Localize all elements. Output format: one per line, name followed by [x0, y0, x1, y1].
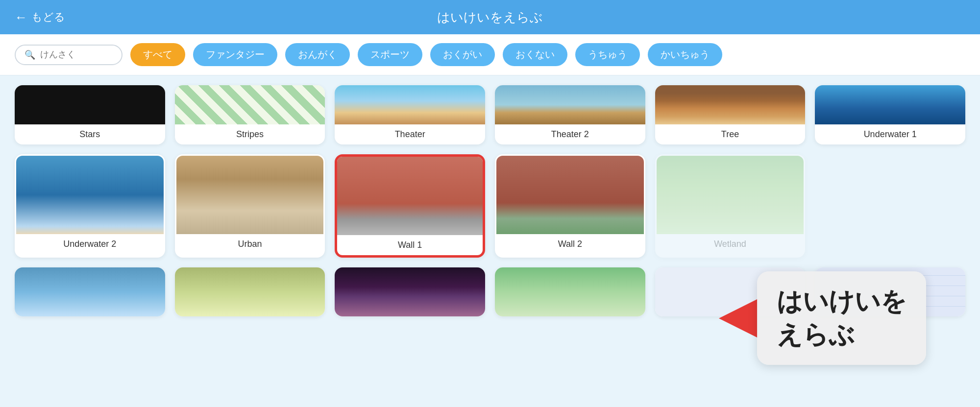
- filter-outdoor[interactable]: おくがい: [430, 43, 495, 66]
- annotation-box: はいけいを えらぶ: [757, 271, 926, 365]
- card-wall1[interactable]: Wall 1: [335, 154, 485, 258]
- filter-underwater[interactable]: かいちゅう: [648, 43, 722, 66]
- thumb-row3d: [495, 267, 645, 316]
- thumb-theater: [335, 85, 485, 124]
- grid-row2: Underwater 2 Urban Wall 1 Wall 2 Wetland: [15, 154, 965, 258]
- search-input[interactable]: [40, 49, 109, 60]
- thumb-stripes: [175, 85, 325, 124]
- thumb-empty: [816, 156, 964, 234]
- card-row3a[interactable]: [15, 267, 165, 316]
- label-wall1: Wall 1: [337, 235, 483, 255]
- thumb-row3c: [335, 267, 485, 316]
- thumb-wall1: [337, 157, 483, 235]
- card-stripes-partial[interactable]: Stripes: [175, 85, 325, 144]
- thumb-wetland: [657, 156, 804, 234]
- card-theater-partial[interactable]: Theater: [335, 85, 485, 144]
- label-stripes: Stripes: [175, 124, 325, 144]
- label-wetland: Wetland: [657, 234, 804, 254]
- label-stars: Stars: [15, 124, 165, 144]
- header: ← もどる はいけいをえらぶ: [0, 0, 980, 34]
- thumb-urban: [176, 156, 324, 234]
- card-wetland[interactable]: Wetland: [655, 154, 806, 258]
- label-underwater1: Underwater 1: [815, 124, 965, 144]
- page-title: はいけいをえらぶ: [437, 9, 543, 26]
- label-underwater2: Underwater 2: [16, 234, 164, 254]
- filter-music[interactable]: おんがく: [285, 43, 350, 66]
- thumb-stars: [15, 85, 165, 124]
- card-urban[interactable]: Urban: [175, 154, 325, 258]
- card-underwater1-partial[interactable]: Underwater 1: [815, 85, 965, 144]
- grid-area: はいけいを えらぶ Stars Stripes Theater Theater …: [0, 75, 980, 407]
- card-row3b[interactable]: [175, 267, 325, 316]
- label-tree: Tree: [655, 124, 806, 144]
- label-theater2: Theater 2: [495, 124, 645, 144]
- card-row3d[interactable]: [495, 267, 645, 316]
- filter-sports[interactable]: スポーツ: [358, 43, 422, 66]
- card-stars-partial[interactable]: Stars: [15, 85, 165, 144]
- card-underwater2[interactable]: Underwater 2: [15, 154, 165, 258]
- thumb-theater2: [495, 85, 645, 124]
- filter-fantasy[interactable]: ファンタジー: [193, 43, 277, 66]
- back-button[interactable]: ← もどる: [15, 10, 65, 25]
- thumb-wall2: [496, 156, 644, 234]
- grid-row0: Stars Stripes Theater Theater 2 Tree Und…: [15, 85, 965, 144]
- thumb-row3a: [15, 267, 165, 316]
- card-wall2[interactable]: Wall 2: [495, 154, 645, 258]
- label-wall2: Wall 2: [496, 234, 644, 254]
- thumb-row3b: [175, 267, 325, 316]
- card-tree-partial[interactable]: Tree: [655, 85, 806, 144]
- annotation-overlay: はいけいを えらぶ: [719, 271, 926, 365]
- card-row3c[interactable]: [335, 267, 485, 316]
- filter-space[interactable]: うちゅう: [575, 43, 640, 66]
- search-box[interactable]: 🔍: [15, 45, 122, 65]
- label-theater: Theater: [335, 124, 485, 144]
- grid-wrapper: はいけいを えらぶ Stars Stripes Theater Theater …: [15, 85, 965, 316]
- filter-bar: 🔍 すべて ファンタジー おんがく スポーツ おくがい おくない うちゅう かい…: [0, 34, 980, 75]
- filter-all[interactable]: すべて: [130, 43, 185, 66]
- annotation-arrow-icon: [719, 299, 758, 338]
- back-label: もどる: [31, 10, 65, 24]
- back-arrow-icon: ←: [15, 10, 27, 25]
- thumb-tree: [655, 85, 806, 124]
- thumb-underwater2: [16, 156, 164, 234]
- filter-indoor[interactable]: おくない: [503, 43, 567, 66]
- search-icon: 🔍: [24, 49, 35, 60]
- label-urban: Urban: [176, 234, 324, 254]
- thumb-underwater1: [815, 85, 965, 124]
- card-theater2-partial[interactable]: Theater 2: [495, 85, 645, 144]
